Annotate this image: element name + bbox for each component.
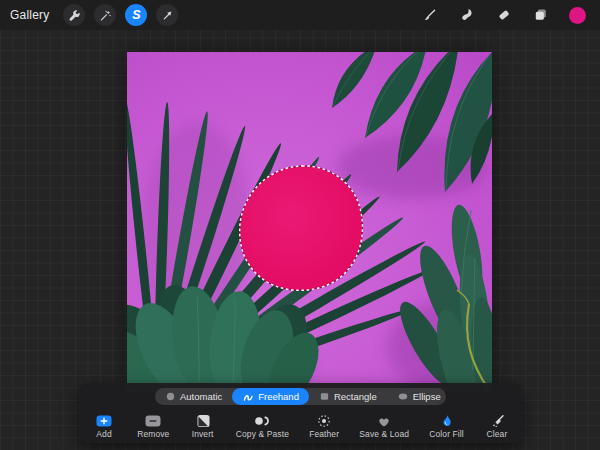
heart-icon — [376, 414, 392, 428]
selection-s-icon: S — [132, 8, 140, 21]
selection-panel: Automatic Freehand Rectangle Ellipse — [78, 383, 523, 443]
action-add[interactable]: Add — [91, 414, 117, 439]
mode-label: Freehand — [258, 391, 299, 402]
brush-tool-button[interactable] — [421, 6, 439, 24]
action-label: Invert — [192, 429, 214, 439]
action-label: Copy & Paste — [236, 429, 289, 439]
action-clear[interactable]: Clear — [484, 414, 510, 439]
mode-label: Rectangle — [334, 391, 377, 402]
layers-button[interactable] — [532, 6, 550, 24]
brush-icon — [422, 7, 438, 23]
action-label: Color Fill — [429, 429, 464, 439]
smudge-icon — [459, 7, 475, 23]
top-toolbar-left: Gallery S — [10, 4, 178, 26]
mode-label: Automatic — [180, 391, 222, 402]
gallery-button[interactable]: Gallery — [10, 8, 49, 22]
action-label: Remove — [137, 429, 169, 439]
adjustments-button[interactable] — [94, 4, 116, 26]
action-label: Clear — [487, 429, 508, 439]
smudge-tool-button[interactable] — [458, 6, 476, 24]
minus-box-icon — [144, 414, 162, 428]
action-copy-paste[interactable]: Copy & Paste — [236, 414, 289, 439]
copy-paste-icon — [253, 414, 271, 428]
mode-ellipse[interactable]: Ellipse — [387, 388, 451, 405]
mode-label: Ellipse — [413, 391, 441, 402]
selection-tool-button[interactable]: S — [125, 4, 147, 26]
actions-button[interactable] — [63, 4, 85, 26]
feather-icon — [316, 414, 332, 428]
action-feather[interactable]: Feather — [309, 414, 339, 439]
transform-button[interactable] — [156, 4, 178, 26]
artwork-canvas[interactable] — [127, 52, 492, 392]
mode-automatic[interactable]: Automatic — [155, 388, 232, 405]
clear-brush-icon — [489, 414, 505, 428]
top-toolbar: Gallery S — [0, 0, 600, 30]
mode-rectangle[interactable]: Rectangle — [309, 388, 387, 405]
layers-icon — [533, 7, 549, 23]
action-invert[interactable]: Invert — [190, 414, 216, 439]
eraser-icon — [496, 7, 512, 23]
freehand-selection — [240, 166, 363, 290]
plus-box-icon — [95, 414, 113, 428]
action-label: Feather — [309, 429, 339, 439]
procreate-screen: Gallery S — [0, 0, 600, 450]
circle-icon — [165, 391, 176, 402]
selection-mode-pill: Automatic Freehand Rectangle Ellipse — [155, 388, 446, 405]
invert-icon — [195, 414, 211, 428]
arrow-cursor-icon — [161, 9, 174, 22]
color-swatch[interactable] — [569, 7, 586, 24]
action-color-fill[interactable]: Color Fill — [429, 414, 464, 439]
selection-actions-row: Add Remove Invert — [78, 405, 523, 439]
magic-wand-icon — [99, 9, 112, 22]
color-fill-icon — [439, 414, 455, 428]
action-save-load[interactable]: Save & Load — [359, 414, 409, 439]
top-toolbar-right — [421, 6, 590, 24]
ellipse-icon — [397, 391, 409, 402]
action-label: Add — [96, 429, 111, 439]
eraser-tool-button[interactable] — [495, 6, 513, 24]
mode-freehand[interactable]: Freehand — [232, 388, 309, 405]
action-label: Save & Load — [359, 429, 409, 439]
square-icon — [319, 391, 330, 402]
action-remove[interactable]: Remove — [137, 414, 169, 439]
canvas-image — [127, 52, 492, 392]
wrench-icon — [68, 9, 81, 22]
squiggle-icon — [242, 391, 254, 403]
